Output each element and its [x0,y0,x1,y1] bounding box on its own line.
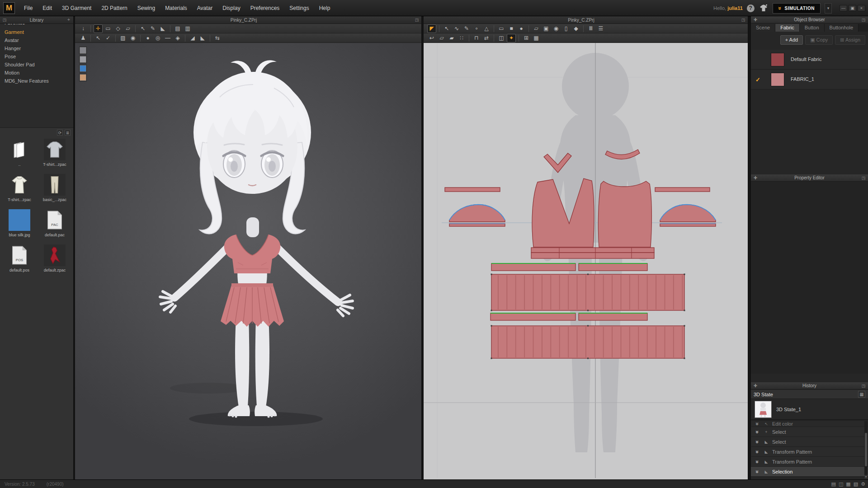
sewing-check-tool[interactable]: ✓ [104,34,113,42]
history-scrollbar[interactable]: ▾ [864,421,868,479]
swap-sewing-tool[interactable]: ⇄ [482,34,491,42]
button-tool[interactable]: ● [143,34,152,42]
diamond-dart-tool[interactable]: ◆ [571,24,580,33]
popout-icon[interactable]: ◳ [414,17,420,23]
menu-3d-garment[interactable]: 3D Garment [57,0,96,16]
pin-tool[interactable]: ↖ [138,24,147,33]
trace-tool[interactable]: △ [482,24,491,33]
copy-fabric-button[interactable]: ▣ Copy [805,35,833,45]
menu-materials[interactable]: Materials [160,0,192,16]
assign-fabric-button[interactable]: ⊞ Assign [835,35,865,45]
library-category-pose[interactable]: Pose [0,52,73,61]
menu-display[interactable]: Display [217,0,245,16]
scrollbar-down-arrow[interactable]: ▾ [864,475,868,479]
wedge-left-tool[interactable]: ◢ [188,34,197,42]
pattern-2d-canvas[interactable] [424,43,748,478]
edit-curvature-tool[interactable]: ∿ [452,24,461,33]
avatar-3d-figure[interactable] [75,43,421,478]
fabric-row-default[interactable]: Default Fabric [751,50,868,70]
add-fabric-button[interactable]: + Add [780,35,803,45]
edit-sewing-tool[interactable]: ⊓ [472,34,481,42]
library-item-blue-silk[interactable]: blue silk.jpg [2,209,37,237]
pin-curve-tool[interactable]: ✎ [148,24,157,33]
username[interactable]: julia11 [727,5,743,11]
free-sewing-tool[interactable]: ▱ [437,34,446,42]
dock-icon[interactable]: ✚ [753,383,758,389]
dock-icon[interactable]: ✚ [753,175,758,181]
viewport-2d[interactable] [424,43,748,479]
list-view-icon[interactable]: ≣ [65,130,71,136]
toggle-garment-icon[interactable] [79,65,87,72]
library-category-shoulder-pad[interactable]: Shoulder Pad [0,61,73,69]
edit-pattern-tool[interactable]: ↖ [442,24,451,33]
menu-help[interactable]: Help [314,0,335,16]
layout-2d-icon[interactable]: ◫ [839,481,843,487]
pattern-layer-tool[interactable]: ◫ [497,34,506,42]
grade-tool[interactable]: ⊞ [522,34,531,42]
library-add-icon[interactable]: + [66,17,71,23]
popout-icon[interactable]: ◳ [741,17,746,23]
close-button[interactable]: × [858,5,865,11]
simulation-dropdown-button[interactable]: ▾ [825,3,832,14]
library-item-pants[interactable]: basic_...zpac [37,174,72,202]
history-entry-selected[interactable]: » ◣ Selection [751,467,868,477]
history-entry[interactable]: » + Select [751,427,868,437]
help-icon[interactable]: ? [747,5,755,12]
dock-icon[interactable]: ✚ [753,17,758,23]
move-tool[interactable]: ✛ [94,24,103,33]
menu-avatar[interactable]: Avatar [192,0,217,16]
rectangle-tool[interactable]: ■ [507,24,516,33]
menu-sewing[interactable]: Sewing [132,0,160,16]
state-options-icon[interactable]: ▦ [858,391,865,398]
history-entry[interactable]: » ◣ Transform Pattern [751,457,868,467]
wedge-right-tool[interactable]: ◣ [198,34,207,42]
gizmo-arrow-tool[interactable]: ↓ [79,24,88,33]
fabric-row-fabric1[interactable]: ✓ FABRIC_1 [751,70,868,89]
set-pin-tool[interactable]: ✦ [507,34,516,42]
walk-avatar-tool[interactable]: ♟ [79,34,88,42]
toggle-avatar-icon[interactable] [79,56,87,63]
avatar-add-icon[interactable] [759,4,769,12]
menu-settings[interactable]: Settings [284,0,314,16]
simulation-button[interactable]: » SIMULATION [773,3,821,14]
scrollbar-thumb[interactable] [865,433,867,466]
mn-free-sewing-tool[interactable]: ∷ [457,34,466,42]
menu-preferences[interactable]: Preferences [245,0,285,16]
zipper-tool[interactable]: — [163,34,172,42]
library-item-default-zpac[interactable]: default.zpac [37,244,72,272]
minimize-button[interactable]: — [840,5,847,11]
dart-ellipse-tool[interactable]: ◉ [552,24,561,33]
polygon-tool[interactable]: ▭ [497,24,506,33]
tab-scene[interactable]: Scene [751,24,775,32]
toggle-shoes-icon[interactable] [79,47,87,54]
layout-both-icon[interactable]: ▦ [846,481,850,487]
edit-curve-point-tool[interactable]: ✎ [462,24,471,33]
lasso-select-tool[interactable]: ▱ [123,24,132,33]
rectangle-select-tool[interactable]: ▭ [104,24,113,33]
tab-button[interactable]: Button [800,24,825,32]
history-entry[interactable]: » ↖ Edit color [751,421,868,427]
dart-rectangle-tool[interactable]: ▣ [542,24,551,33]
front-back-garment-tool[interactable]: ▤ [173,24,182,33]
popout-icon[interactable]: ◳ [861,17,866,23]
library-category-motion[interactable]: Motion [0,69,73,77]
menu-edit[interactable]: Edit [38,0,57,16]
dart-polygon-tool[interactable]: ▱ [532,24,541,33]
sewing-machine-tool[interactable]: ▨ [118,34,127,42]
trouser-tool[interactable]: ▥ [183,24,192,33]
pleats-tool[interactable]: Ⅲ [586,24,595,33]
library-category-garment[interactable]: Garment [0,28,73,36]
select-pin-tool[interactable]: ↖ [94,34,103,42]
segment-sewing-tool[interactable]: ↩ [427,34,436,42]
refresh-icon[interactable]: ⟳ [57,130,63,136]
toggle-skin-icon[interactable] [79,74,87,81]
popout-icon[interactable]: ◳ [2,17,7,23]
library-item-default-pos[interactable]: POS default.pos [2,244,37,272]
viewport-3d[interactable] [75,43,421,479]
stitch-shirt-tool[interactable]: ◉ [128,34,137,42]
history-entry[interactable]: » ◣ Select [751,437,868,447]
history-entry[interactable]: » ◣ Transform Pattern [751,447,868,457]
app-logo-icon[interactable]: M [3,2,15,14]
menu-2d-pattern[interactable]: 2D Pattern [96,0,132,16]
menu-file[interactable]: File [19,0,38,16]
